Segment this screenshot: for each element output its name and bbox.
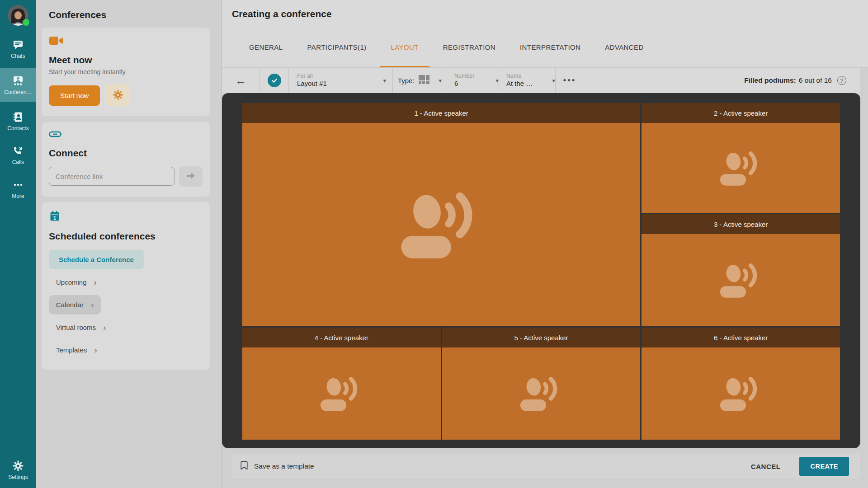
active-speaker-icon [719, 263, 763, 298]
panel-title: Conferences [36, 0, 222, 28]
tab-general[interactable]: GENERAL [238, 28, 294, 67]
sidebar-item-label: Calls [0, 159, 36, 165]
sidebar-item-calls[interactable]: Calls [0, 140, 36, 169]
podium-body [642, 123, 840, 213]
panel-link-virtual-rooms[interactable]: Virtual rooms › [49, 318, 113, 337]
meet-now-card: Meet now Start your meeting instantly St… [42, 28, 210, 116]
podium-label: 2 - Active speaker [642, 103, 840, 123]
tab-layout[interactable]: LAYOUT [380, 28, 429, 67]
conference-editor: Creating a conference GENERAL PARTICIPAN… [222, 0, 868, 488]
phone-icon [0, 145, 36, 157]
create-button[interactable]: CREATE [799, 457, 849, 476]
calendar-icon: 1 [49, 216, 61, 223]
panel-link-templates[interactable]: Templates › [49, 340, 104, 360]
cancel-button[interactable]: CANCEL [751, 463, 781, 470]
sidebar-item-contacts[interactable]: Contacts [0, 106, 36, 136]
podium-tile-1[interactable]: 1 - Active speaker [242, 103, 640, 326]
nav-sidebar: Chats Conferen… [0, 0, 36, 488]
podium-label: 6 - Active speaker [642, 328, 840, 347]
podium-tile-4[interactable]: 4 - Active speaker [242, 328, 441, 440]
meet-now-title: Meet now [49, 55, 203, 66]
conferences-panel: Conferences Meet now Start your meeting … [36, 0, 222, 488]
arrow-right-icon [186, 172, 196, 181]
online-status-dot [23, 19, 29, 26]
layout-toolbar: ← For all Layout #1 ▾ Type: [222, 68, 860, 93]
chevron-right-icon: › [94, 280, 97, 285]
tab-interpretation[interactable]: INTERPRETATION [509, 28, 591, 67]
settings-gear-icon [0, 460, 36, 472]
layout-type-dropdown[interactable]: Type: ▾ [393, 68, 447, 93]
panel-link-calendar[interactable]: Calendar › [49, 295, 101, 314]
podium-tile-5[interactable]: 5 - Active speaker [442, 328, 641, 440]
tab-advanced[interactable]: ADVANCED [594, 28, 654, 67]
panel-link-label: Calendar [56, 301, 84, 309]
sidebar-item-label: Contacts [0, 125, 36, 131]
sidebar-item-conferences[interactable]: Conferen… [0, 68, 36, 102]
layout-select-label: For all [297, 73, 327, 80]
sidebar-item-label: Conferen… [0, 89, 36, 95]
save-as-template-button[interactable]: Save as a template [240, 460, 314, 473]
podium-body [442, 347, 641, 440]
active-speaker-icon [719, 376, 763, 411]
scheduled-title: Scheduled conferences [49, 231, 203, 242]
podium-label: 3 - Active speaker [642, 214, 840, 234]
layout-preview-canvas: 1 - Active speaker 2 - Active speaker [222, 93, 860, 448]
podium-tile-6[interactable]: 6 - Active speaker [642, 328, 840, 440]
panel-link-label: Upcoming [56, 278, 87, 286]
toolbar-more-button[interactable]: ••• [556, 68, 584, 93]
conference-link-input[interactable] [49, 167, 175, 186]
tab-registration[interactable]: REGISTRATION [432, 28, 506, 67]
meet-now-subtitle: Start your meeting instantly [49, 68, 203, 75]
svg-text:1: 1 [53, 215, 56, 221]
podium-number-dropdown[interactable]: Number 6 ▾ [447, 68, 499, 93]
bookmark-icon [240, 460, 248, 473]
contacts-icon [0, 111, 36, 123]
layout-select-dropdown[interactable]: For all Layout #1 ▾ [289, 68, 393, 93]
chevron-down-icon: ▾ [434, 77, 442, 84]
filled-podiums-label: Filled podiums: [744, 76, 796, 84]
apply-layout-button[interactable] [260, 68, 289, 93]
sidebar-item-settings[interactable]: Settings [0, 455, 36, 484]
name-label: Name [506, 73, 533, 80]
sidebar-item-label: Settings [0, 474, 36, 480]
join-by-link-button[interactable] [179, 166, 203, 187]
user-avatar[interactable] [8, 5, 28, 26]
podium-body [642, 347, 840, 440]
active-speaker-icon [519, 376, 563, 411]
scheduled-conferences-card: 1 Scheduled conferences Schedule a Confe… [42, 202, 210, 370]
podium-label: 4 - Active speaker [242, 328, 441, 347]
back-arrow-icon: ← [235, 74, 246, 87]
back-button[interactable]: ← [222, 68, 260, 93]
panel-link-upcoming[interactable]: Upcoming › [49, 272, 104, 292]
tab-bar: GENERAL PARTICIPANTS(1) LAYOUT REGISTRAT… [222, 28, 868, 68]
save-as-template-label: Save as a template [254, 462, 314, 470]
podium-body [242, 123, 640, 326]
chevron-right-icon: › [91, 302, 94, 308]
connect-title: Connect [49, 148, 203, 159]
podium-tile-3[interactable]: 3 - Active speaker [642, 214, 840, 326]
schedule-conference-button[interactable]: Schedule a Conference [49, 250, 144, 269]
help-icon[interactable]: ? [837, 76, 846, 85]
toolbar-spacer [584, 68, 744, 93]
chevron-down-icon: ▾ [378, 77, 386, 84]
podium-label: 5 - Active speaker [442, 328, 641, 347]
type-label: Type: [398, 77, 415, 84]
podium-body [642, 234, 840, 326]
more-dots-icon: ••• [563, 75, 576, 85]
chevron-right-icon: › [94, 347, 97, 353]
number-label: Number [454, 73, 474, 80]
number-value: 6 [454, 80, 474, 88]
podium-body [242, 347, 441, 440]
layout-select-value: Layout #1 [297, 80, 327, 88]
chevron-down-icon: ▾ [491, 77, 499, 84]
podium-tile-2[interactable]: 2 - Active speaker [642, 103, 840, 213]
active-speaker-icon [719, 150, 763, 186]
name-position-dropdown[interactable]: Name At the … ▾ [499, 68, 556, 93]
meeting-settings-button[interactable] [105, 84, 130, 106]
sidebar-item-chats[interactable]: Chats [0, 34, 36, 63]
start-now-button[interactable]: Start now [49, 85, 100, 106]
sidebar-item-more[interactable]: More [0, 174, 36, 203]
tab-participants[interactable]: PARTICIPANTS(1) [297, 28, 377, 67]
gear-icon [113, 89, 123, 102]
active-speaker-icon [320, 376, 363, 411]
